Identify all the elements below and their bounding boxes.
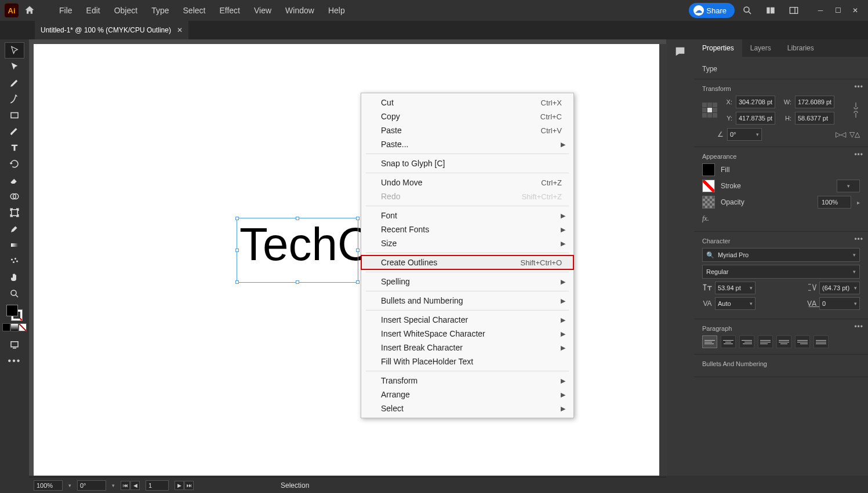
curvature-tool[interactable]: [5, 92, 24, 107]
color-mode-row[interactable]: [2, 323, 27, 331]
fill-swatch[interactable]: [702, 163, 715, 176]
character-more-button[interactable]: •••: [854, 235, 863, 243]
workspace-switcher-button[interactable]: [786, 2, 802, 19]
justify-center-button[interactable]: [776, 335, 791, 348]
font-size-input[interactable]: 53.94 pt▾: [715, 282, 756, 294]
comments-button[interactable]: [674, 45, 687, 60]
screen-mode-button[interactable]: [5, 337, 24, 352]
ctx-arrange[interactable]: Arrange▶: [361, 388, 573, 401]
stroke-swatch[interactable]: [702, 180, 715, 192]
search-button[interactable]: [739, 2, 756, 19]
last-artboard-button[interactable]: ⏭: [184, 481, 194, 490]
rectangle-tool[interactable]: [5, 108, 24, 123]
symbol-sprayer-tool[interactable]: [5, 254, 24, 269]
zoom-level-input[interactable]: [34, 480, 63, 491]
opacity-input[interactable]: 100%: [818, 196, 851, 209]
artboard-number-input[interactable]: [146, 480, 169, 491]
tab-properties[interactable]: Properties: [694, 39, 742, 57]
w-input[interactable]: [795, 96, 834, 108]
ctx-insert-whitespace-character[interactable]: Insert WhiteSpace Character▶: [361, 327, 573, 341]
minimize-button[interactable]: ─: [812, 5, 829, 16]
home-button[interactable]: [21, 2, 38, 19]
ctx-copy[interactable]: CopyCtrl+C: [361, 109, 573, 123]
arrange-documents-button[interactable]: [762, 2, 779, 19]
tracking-input[interactable]: 0▾: [819, 297, 860, 310]
ctx-size[interactable]: Size▶: [361, 236, 573, 250]
ctx-insert-special-character[interactable]: Insert Special Character▶: [361, 313, 573, 327]
ctx-paste[interactable]: PasteCtrl+V: [361, 123, 573, 137]
flip-vertical-icon[interactable]: ▽△: [849, 130, 860, 138]
appearance-more-button[interactable]: •••: [854, 151, 863, 159]
ctx-fill-with-placeholder-text[interactable]: Fill With PlaceHolder Text: [361, 355, 573, 368]
x-input[interactable]: [736, 96, 775, 108]
ctx-spelling[interactable]: Spelling▶: [361, 275, 573, 289]
ctx-insert-break-character[interactable]: Insert Break Character▶: [361, 341, 573, 355]
prev-artboard-button[interactable]: ◀: [130, 481, 140, 490]
direct-selection-tool[interactable]: [5, 59, 24, 74]
maximize-button[interactable]: ☐: [830, 5, 846, 16]
ctx-font[interactable]: Font▶: [361, 209, 573, 222]
ctx-undo-move[interactable]: Undo MoveCtrl+Z: [361, 176, 573, 189]
document-tab[interactable]: Untitled-1* @ 100 % (CMYK/CPU Outline) ✕: [35, 21, 188, 39]
menu-select[interactable]: Select: [176, 2, 213, 19]
type-tool[interactable]: [5, 140, 24, 155]
rotation-input[interactable]: 0°▾: [727, 128, 762, 141]
pen-tool[interactable]: [5, 75, 24, 90]
share-button[interactable]: ☁ Share: [689, 3, 735, 18]
ctx-bullets-and-numbering[interactable]: Bullets and Numbering▶: [361, 294, 573, 308]
close-window-button[interactable]: ✕: [847, 5, 863, 16]
ctx-paste[interactable]: Paste...▶: [361, 137, 573, 151]
constrain-proportions-icon[interactable]: [852, 101, 860, 120]
menu-effect[interactable]: Effect: [212, 2, 247, 19]
justify-left-button[interactable]: [758, 335, 773, 348]
eyedropper-tool[interactable]: [5, 221, 24, 236]
paragraph-more-button[interactable]: •••: [854, 323, 863, 331]
view-rotation-input[interactable]: [77, 480, 106, 491]
menu-view[interactable]: View: [247, 2, 278, 19]
h-input[interactable]: [795, 112, 834, 125]
transform-more-button[interactable]: •••: [854, 83, 863, 91]
close-tab-button[interactable]: ✕: [177, 26, 183, 34]
menu-help[interactable]: Help: [321, 2, 352, 19]
flip-horizontal-icon[interactable]: ▷◁: [836, 130, 846, 138]
rotate-tool[interactable]: [5, 156, 24, 171]
zoom-tool[interactable]: [5, 286, 24, 301]
reference-point-widget[interactable]: [702, 103, 717, 118]
font-style-dropdown[interactable]: Regular▾: [702, 265, 860, 279]
paintbrush-tool[interactable]: [5, 124, 24, 139]
menu-window[interactable]: Window: [278, 2, 321, 19]
align-left-button[interactable]: [702, 335, 717, 348]
justify-all-button[interactable]: [813, 335, 829, 348]
first-artboard-button[interactable]: ⏮: [121, 481, 130, 490]
shape-builder-tool[interactable]: [5, 189, 24, 204]
fill-stroke-swatch[interactable]: [6, 305, 23, 321]
menu-file[interactable]: File: [52, 2, 79, 19]
next-artboard-button[interactable]: ▶: [175, 481, 184, 490]
justify-right-button[interactable]: [795, 335, 810, 348]
menu-type[interactable]: Type: [144, 2, 176, 19]
kerning-input[interactable]: Auto▾: [715, 297, 756, 310]
menu-object[interactable]: Object: [107, 2, 144, 19]
ctx-create-outlines[interactable]: Create OutlinesShift+Ctrl+O: [361, 255, 573, 269]
ctx-recent-fonts[interactable]: Recent Fonts▶: [361, 222, 573, 236]
fx-button[interactable]: fx.: [702, 214, 709, 222]
font-family-dropdown[interactable]: 🔍Myriad Pro▾: [702, 248, 860, 262]
ctx-cut[interactable]: CutCtrl+X: [361, 96, 573, 109]
ctx-select[interactable]: Select▶: [361, 401, 573, 415]
vertical-scrollbar[interactable]: [659, 44, 667, 476]
eraser-tool[interactable]: [5, 173, 24, 188]
edit-toolbar-button[interactable]: •••: [5, 353, 24, 368]
ctx-snap-to-glyph-c[interactable]: Snap to Glyph [C]: [361, 156, 573, 170]
stroke-weight-input[interactable]: ▾: [837, 180, 860, 192]
y-input[interactable]: [736, 112, 775, 125]
tab-layers[interactable]: Layers: [742, 39, 779, 57]
artboard-tool[interactable]: [5, 205, 24, 220]
align-right-button[interactable]: [739, 335, 754, 348]
ctx-transform[interactable]: Transform▶: [361, 374, 573, 388]
menu-edit[interactable]: Edit: [79, 2, 107, 19]
align-center-button[interactable]: [721, 335, 736, 348]
tab-libraries[interactable]: Libraries: [779, 39, 822, 57]
hand-tool[interactable]: [5, 270, 24, 285]
selection-tool[interactable]: [5, 43, 24, 58]
gradient-tool[interactable]: [5, 238, 24, 253]
